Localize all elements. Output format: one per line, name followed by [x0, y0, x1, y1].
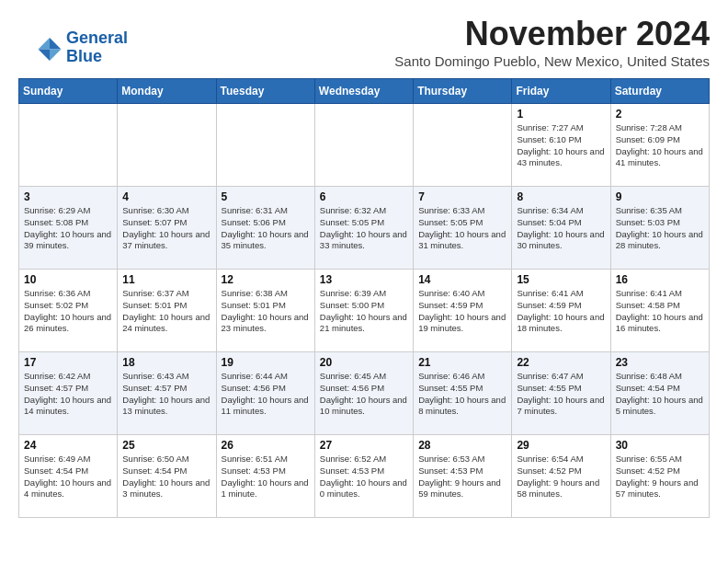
day-number: 29	[517, 439, 605, 452]
calendar-cell: 13Sunrise: 6:39 AM Sunset: 5:00 PM Dayli…	[314, 270, 413, 352]
cell-info: Sunrise: 6:32 AM Sunset: 5:05 PM Dayligh…	[320, 205, 408, 252]
calendar-header: Sunday Monday Tuesday Wednesday Thursday…	[19, 79, 710, 104]
day-number: 10	[24, 273, 112, 286]
calendar-cell	[314, 104, 413, 187]
cell-info: Sunrise: 6:50 AM Sunset: 4:54 PM Dayligh…	[122, 454, 210, 500]
calendar-week-5: 24Sunrise: 6:49 AM Sunset: 4:54 PM Dayli…	[19, 435, 710, 518]
day-number: 2	[616, 108, 704, 121]
cell-info: Sunrise: 6:47 AM Sunset: 4:55 PM Dayligh…	[517, 371, 605, 418]
day-number: 15	[517, 273, 605, 286]
calendar-cell: 12Sunrise: 6:38 AM Sunset: 5:01 PM Dayli…	[216, 270, 314, 352]
cell-info: Sunrise: 6:41 AM Sunset: 4:59 PM Dayligh…	[517, 288, 605, 335]
calendar-cell: 23Sunrise: 6:48 AM Sunset: 4:54 PM Dayli…	[610, 352, 709, 435]
cell-info: Sunrise: 6:54 AM Sunset: 4:52 PM Dayligh…	[517, 454, 605, 500]
day-number: 5	[222, 190, 310, 203]
day-number: 13	[320, 273, 408, 286]
cell-info: Sunrise: 6:42 AM Sunset: 4:57 PM Dayligh…	[24, 371, 112, 418]
day-number: 14	[418, 273, 506, 286]
day-number: 7	[418, 190, 506, 203]
cell-info: Sunrise: 6:30 AM Sunset: 5:07 PM Dayligh…	[122, 205, 210, 252]
calendar-cell: 30Sunrise: 6:55 AM Sunset: 4:52 PM Dayli…	[610, 435, 709, 518]
day-number: 17	[24, 356, 112, 369]
calendar-cell: 24Sunrise: 6:49 AM Sunset: 4:54 PM Dayli…	[19, 435, 118, 518]
calendar-cell: 5Sunrise: 6:31 AM Sunset: 5:06 PM Daylig…	[216, 187, 314, 270]
calendar-cell: 15Sunrise: 6:41 AM Sunset: 4:59 PM Dayli…	[512, 270, 610, 352]
calendar-week-4: 17Sunrise: 6:42 AM Sunset: 4:57 PM Dayli…	[19, 352, 710, 435]
day-number: 9	[616, 190, 704, 203]
cell-info: Sunrise: 6:37 AM Sunset: 5:01 PM Dayligh…	[122, 288, 210, 335]
calendar-table: Sunday Monday Tuesday Wednesday Thursday…	[18, 78, 710, 518]
day-number: 4	[122, 190, 210, 203]
calendar-week-2: 3Sunrise: 6:29 AM Sunset: 5:08 PM Daylig…	[19, 187, 710, 270]
calendar-cell: 17Sunrise: 6:42 AM Sunset: 4:57 PM Dayli…	[19, 352, 118, 435]
cell-info: Sunrise: 6:48 AM Sunset: 4:54 PM Dayligh…	[616, 371, 704, 418]
day-number: 23	[616, 356, 704, 369]
day-number: 30	[616, 439, 704, 452]
cell-info: Sunrise: 6:31 AM Sunset: 5:06 PM Dayligh…	[222, 205, 310, 252]
svg-marker-1	[50, 49, 61, 60]
day-number: 12	[222, 273, 310, 286]
logo-icon	[37, 35, 63, 61]
calendar-cell: 28Sunrise: 6:53 AM Sunset: 4:53 PM Dayli…	[414, 435, 512, 518]
cell-info: Sunrise: 6:46 AM Sunset: 4:55 PM Dayligh…	[418, 371, 506, 418]
day-number: 3	[24, 190, 112, 203]
cell-info: Sunrise: 7:28 AM Sunset: 6:09 PM Dayligh…	[616, 122, 704, 169]
calendar-cell: 25Sunrise: 6:50 AM Sunset: 4:54 PM Dayli…	[118, 435, 216, 518]
day-number: 25	[122, 439, 210, 452]
calendar-cell: 29Sunrise: 6:54 AM Sunset: 4:52 PM Dayli…	[512, 435, 610, 518]
calendar-cell: 4Sunrise: 6:30 AM Sunset: 5:07 PM Daylig…	[118, 187, 216, 270]
day-number: 27	[320, 439, 408, 452]
calendar-cell: 11Sunrise: 6:37 AM Sunset: 5:01 PM Dayli…	[118, 270, 216, 352]
cell-info: Sunrise: 6:38 AM Sunset: 5:01 PM Dayligh…	[222, 288, 310, 335]
col-monday: Monday	[118, 79, 216, 104]
calendar-cell: 2Sunrise: 7:28 AM Sunset: 6:09 PM Daylig…	[610, 104, 709, 187]
col-tuesday: Tuesday	[216, 79, 314, 104]
cell-info: Sunrise: 6:52 AM Sunset: 4:53 PM Dayligh…	[320, 454, 408, 500]
cell-info: Sunrise: 6:40 AM Sunset: 4:59 PM Dayligh…	[418, 288, 506, 335]
calendar-week-3: 10Sunrise: 6:36 AM Sunset: 5:02 PM Dayli…	[19, 270, 710, 352]
day-number: 18	[122, 356, 210, 369]
day-number: 21	[418, 356, 506, 369]
cell-info: Sunrise: 6:53 AM Sunset: 4:53 PM Dayligh…	[418, 454, 506, 500]
calendar-cell	[19, 104, 118, 187]
col-saturday: Saturday	[610, 79, 709, 104]
page-wrapper: General Blue November 2024 Santo Domingo…	[18, 15, 710, 518]
calendar-cell	[216, 104, 314, 187]
logo-line2: Blue	[66, 47, 102, 65]
calendar-cell: 16Sunrise: 6:41 AM Sunset: 4:58 PM Dayli…	[610, 270, 709, 352]
day-number: 28	[418, 439, 506, 452]
calendar-cell: 10Sunrise: 6:36 AM Sunset: 5:02 PM Dayli…	[19, 270, 118, 352]
day-number: 1	[517, 108, 605, 121]
day-number: 16	[616, 273, 704, 286]
day-number: 24	[24, 439, 112, 452]
logo-line1: General	[66, 29, 128, 47]
day-number: 8	[517, 190, 605, 203]
cell-info: Sunrise: 6:45 AM Sunset: 4:56 PM Dayligh…	[320, 371, 408, 418]
cell-info: Sunrise: 6:33 AM Sunset: 5:05 PM Dayligh…	[418, 205, 506, 252]
day-number: 20	[320, 356, 408, 369]
day-number: 6	[320, 190, 408, 203]
cell-info: Sunrise: 6:39 AM Sunset: 5:00 PM Dayligh…	[320, 288, 408, 335]
calendar-cell: 14Sunrise: 6:40 AM Sunset: 4:59 PM Dayli…	[414, 270, 512, 352]
svg-marker-2	[39, 38, 50, 49]
cell-info: Sunrise: 6:29 AM Sunset: 5:08 PM Dayligh…	[24, 205, 112, 252]
calendar-cell: 21Sunrise: 6:46 AM Sunset: 4:55 PM Dayli…	[414, 352, 512, 435]
calendar-cell: 7Sunrise: 6:33 AM Sunset: 5:05 PM Daylig…	[414, 187, 512, 270]
cell-info: Sunrise: 7:27 AM Sunset: 6:10 PM Dayligh…	[517, 122, 605, 169]
col-friday: Friday	[512, 79, 610, 104]
col-wednesday: Wednesday	[314, 79, 413, 104]
calendar-week-1: 1Sunrise: 7:27 AM Sunset: 6:10 PM Daylig…	[19, 104, 710, 187]
cell-info: Sunrise: 6:43 AM Sunset: 4:57 PM Dayligh…	[122, 371, 210, 418]
calendar-cell: 26Sunrise: 6:51 AM Sunset: 4:53 PM Dayli…	[216, 435, 314, 518]
logo: General Blue	[37, 29, 128, 66]
header-row: Sunday Monday Tuesday Wednesday Thursday…	[19, 79, 710, 104]
calendar-cell: 19Sunrise: 6:44 AM Sunset: 4:56 PM Dayli…	[216, 352, 314, 435]
col-sunday: Sunday	[19, 79, 118, 104]
cell-info: Sunrise: 6:35 AM Sunset: 5:03 PM Dayligh…	[616, 205, 704, 252]
day-number: 19	[222, 356, 310, 369]
day-number: 26	[222, 439, 310, 452]
day-number: 22	[517, 356, 605, 369]
day-number: 11	[122, 273, 210, 286]
calendar-cell: 6Sunrise: 6:32 AM Sunset: 5:05 PM Daylig…	[314, 187, 413, 270]
logo-text: General Blue	[66, 29, 128, 66]
